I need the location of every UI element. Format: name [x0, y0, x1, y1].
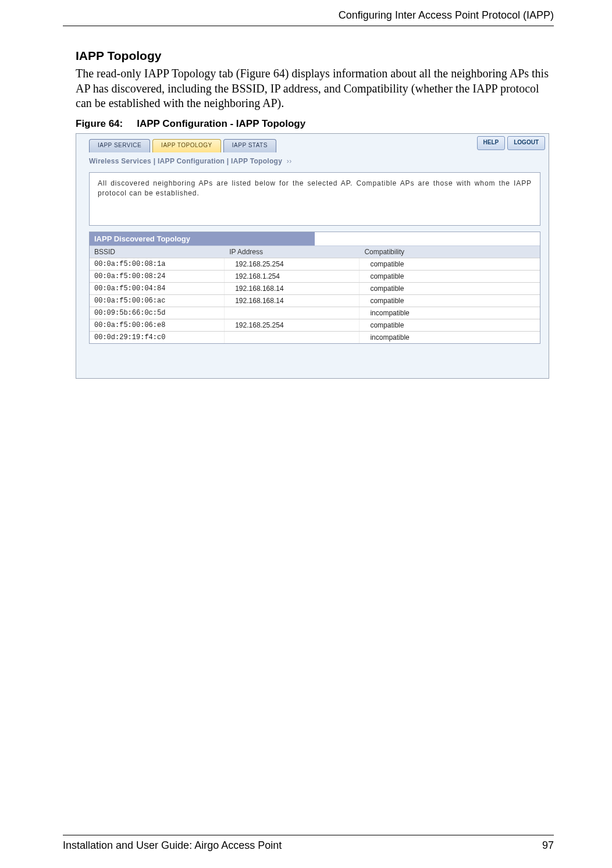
cell-compat: compatible	[360, 258, 540, 270]
figure-caption: Figure 64:IAPP Configuration - IAPP Topo…	[76, 118, 549, 130]
cell-ip	[225, 307, 360, 319]
cell-bssid: 00:0d:29:19:f4:c0	[90, 332, 225, 343]
cell-compat: compatible	[360, 295, 540, 307]
th-bssid: BSSID	[90, 246, 225, 258]
cell-ip: 192.168.25.254	[225, 258, 360, 270]
breadcrumb-arrow-icon: ››	[284, 157, 292, 165]
tab-iapp-stats[interactable]: IAPP STATS	[223, 139, 276, 152]
cell-compat: compatible	[360, 271, 540, 282]
section-title: IAPP Topology	[76, 49, 549, 63]
breadcrumb: Wireless Services | IAPP Configuration |…	[76, 152, 549, 169]
running-header: Configuring Inter Access Point Protocol …	[339, 9, 554, 22]
table-row: 00:0a:f5:00:06:ac 192.168.168.14 compati…	[90, 294, 540, 307]
table-row: 00:0d:29:19:f4:c0 incompatible	[90, 331, 540, 343]
section-body: The read-only IAPP Topology tab (Figure …	[76, 66, 549, 111]
table-row: 00:0a:f5:00:08:24 192.168.1.254 compatib…	[90, 270, 540, 282]
th-compat: Compatibility	[360, 246, 540, 258]
tab-iapp-service[interactable]: IAPP SERVICE	[89, 139, 150, 152]
cell-bssid: 00:0a:f5:00:04:84	[90, 283, 225, 294]
cell-bssid: 00:09:5b:66:0c:5d	[90, 307, 225, 319]
topology-table-title: IAPP Discovered Topology	[90, 232, 315, 246]
figure-number: Figure 64:	[76, 118, 123, 129]
cell-compat: incompatible	[360, 332, 540, 343]
info-box: All discovered neighboring APs are liste…	[89, 172, 540, 226]
cell-compat: compatible	[360, 319, 540, 331]
tab-iapp-topology[interactable]: IAPP TOPOLOGY	[152, 139, 221, 152]
table-row: 00:09:5b:66:0c:5d incompatible	[90, 307, 540, 319]
cell-ip: 192.168.1.254	[225, 271, 360, 282]
cell-ip: 192.168.168.14	[225, 295, 360, 307]
table-row: 00:0a:f5:00:04:84 192.168.168.14 compati…	[90, 282, 540, 294]
breadcrumb-text: Wireless Services | IAPP Configuration |…	[89, 157, 282, 165]
help-button[interactable]: HELP	[477, 136, 506, 150]
footer-rule	[63, 835, 554, 835]
table-row: 00:0a:f5:00:08:1a 192.168.25.254 compati…	[90, 258, 540, 270]
page-number: 97	[542, 839, 554, 852]
cell-ip: 192.168.25.254	[225, 319, 360, 331]
cell-ip	[225, 332, 360, 343]
cell-bssid: 00:0a:f5:00:08:1a	[90, 258, 225, 270]
table-row: 00:0a:f5:00:06:e8 192.168.25.254 compati…	[90, 319, 540, 331]
cell-ip: 192.168.168.14	[225, 283, 360, 294]
cell-bssid: 00:0a:f5:00:06:e8	[90, 319, 225, 331]
info-box-text: All discovered neighboring APs are liste…	[98, 179, 532, 198]
cell-compat: compatible	[360, 283, 540, 294]
logout-button[interactable]: LOGOUT	[507, 136, 545, 150]
table-header-row: BSSID IP Address Compatibility	[90, 246, 540, 258]
th-ip: IP Address	[225, 246, 360, 258]
screenshot-iapp-topology: HELP LOGOUT IAPP SERVICE IAPP TOPOLOGY I…	[76, 133, 549, 379]
figure-title: IAPP Configuration - IAPP Topology	[137, 118, 305, 129]
header-rule	[63, 26, 554, 26]
footer-doc-title: Installation and User Guide: Airgo Acces…	[63, 839, 282, 852]
cell-bssid: 00:0a:f5:00:08:24	[90, 271, 225, 282]
cell-compat: incompatible	[360, 307, 540, 319]
cell-bssid: 00:0a:f5:00:06:ac	[90, 295, 225, 307]
topology-table: IAPP Discovered Topology BSSID IP Addres…	[89, 232, 540, 344]
